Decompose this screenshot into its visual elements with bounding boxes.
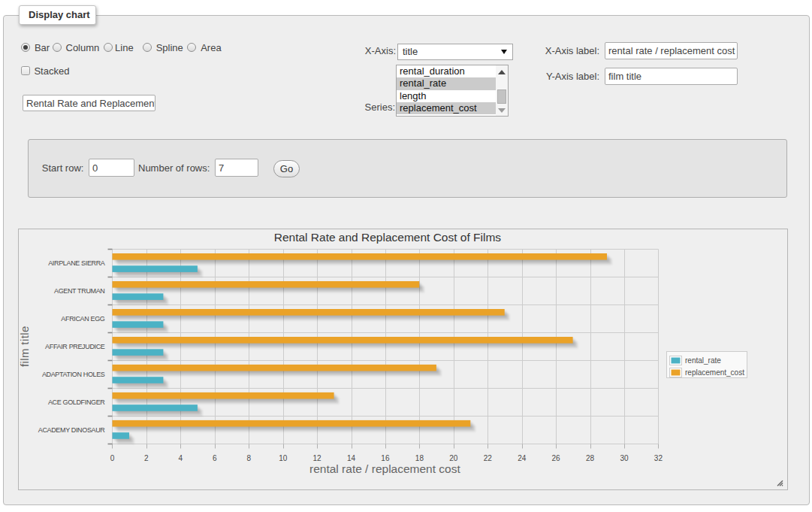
svg-text:32: 32 xyxy=(654,454,663,462)
svg-text:12: 12 xyxy=(313,454,322,462)
svg-text:ADAPTATION HOLES: ADAPTATION HOLES xyxy=(42,371,105,378)
svg-text:ACADEMY DINOSAUR: ACADEMY DINOSAUR xyxy=(38,426,106,434)
svg-text:rental rate / replacement cost: rental rate / replacement cost xyxy=(309,462,460,475)
svg-text:16: 16 xyxy=(381,454,390,462)
svg-text:replacement_cost: replacement_cost xyxy=(685,368,744,377)
svg-text:24: 24 xyxy=(518,454,527,462)
svg-text:AFFAIR PREJUDICE: AFFAIR PREJUDICE xyxy=(45,343,105,350)
svg-text:4: 4 xyxy=(179,454,183,462)
svg-text:28: 28 xyxy=(586,454,595,462)
svg-text:0: 0 xyxy=(110,454,115,462)
svg-text:10: 10 xyxy=(279,454,288,462)
svg-text:film title: film title xyxy=(19,326,31,367)
svg-text:2: 2 xyxy=(144,454,149,462)
svg-text:8: 8 xyxy=(246,454,251,462)
svg-text:22: 22 xyxy=(484,454,493,462)
svg-text:AGENT TRUMAN: AGENT TRUMAN xyxy=(54,287,104,295)
svg-text:30: 30 xyxy=(620,454,629,462)
svg-text:Rental Rate and Replacement Co: Rental Rate and Replacement Cost of Film… xyxy=(274,231,502,244)
svg-text:26: 26 xyxy=(552,454,561,462)
svg-text:20: 20 xyxy=(449,454,458,462)
svg-text:18: 18 xyxy=(415,454,424,462)
svg-text:AIRPLANE SIERRA: AIRPLANE SIERRA xyxy=(48,259,105,267)
svg-text:6: 6 xyxy=(213,454,217,462)
svg-text:AFRICAN EGG: AFRICAN EGG xyxy=(61,315,105,323)
svg-text:rental_rate: rental_rate xyxy=(685,356,721,365)
svg-text:ACE GOLDFINGER: ACE GOLDFINGER xyxy=(48,398,105,406)
svg-text:14: 14 xyxy=(347,454,356,462)
